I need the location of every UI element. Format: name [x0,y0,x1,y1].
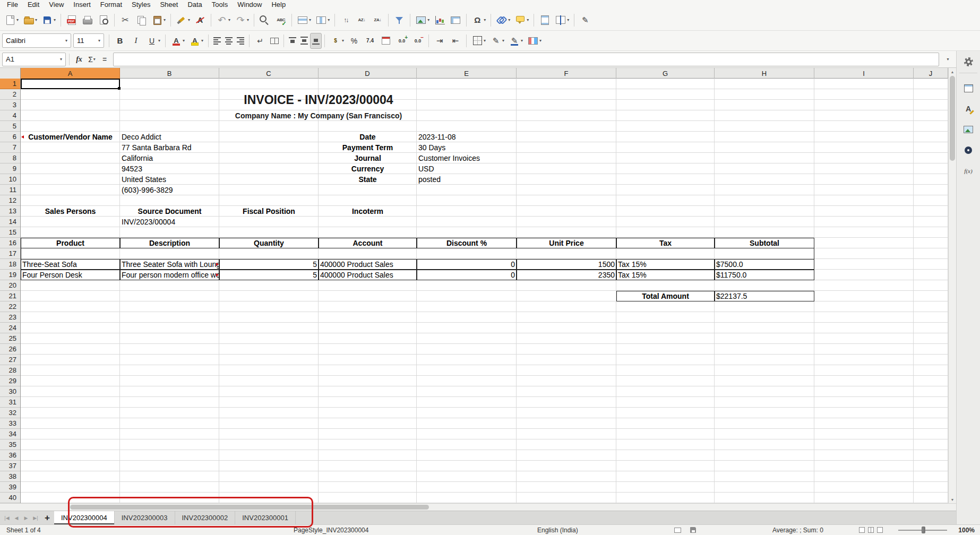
row-header-32[interactable]: 32 [0,408,20,418]
cell-F16[interactable]: Unit Price [517,238,616,248]
cell-F18[interactable]: 1500 [517,259,616,270]
menu-data[interactable]: Data [183,0,207,10]
increase-indent-button[interactable]: ⇥ [432,33,448,49]
clear-formatting-button[interactable]: A [192,12,208,28]
cells-area[interactable]: INVOICE - INV/2023/00004 Company Name : … [21,79,948,503]
font-size-combo-dropdown-icon[interactable]: ▾ [98,38,100,43]
cell-E19[interactable]: 0 [417,270,517,280]
cell-H17[interactable] [715,248,814,259]
cell-D9[interactable]: Currency [319,163,417,174]
row-header-6[interactable]: 6 [0,132,20,142]
freeze-panes-button[interactable]: ▾ [553,12,571,28]
cell-B7[interactable]: 77 Santa Barbara Rd [120,142,219,153]
delete-decimal-button[interactable]: 0.0 [410,33,426,49]
zoom-level[interactable]: 100% [958,525,975,535]
zoom-slider-track[interactable] [898,525,947,535]
vertical-scrollbar[interactable]: ▲ ▼ [948,68,956,503]
cell-A6[interactable]: Customer/Vendor Name [21,132,120,142]
cell-A13[interactable]: Sales Persons [21,206,120,217]
cell-D6[interactable]: Date [319,132,417,142]
row-header-38[interactable]: 38 [0,471,20,482]
function-wizard-button[interactable]: fx [73,53,85,66]
wrap-text-button[interactable]: ↵ [252,33,268,49]
scroll-down-icon[interactable]: ▼ [949,496,956,503]
cell-H19[interactable]: $11750.0 [715,270,814,280]
align-right-button[interactable] [235,33,246,49]
cell-B11[interactable]: (603)-996-3829 [120,185,219,195]
insert-column-button[interactable]: ▾ [313,12,332,28]
add-decimal-button[interactable]: 0.0 [394,33,410,49]
font-size-combo[interactable]: 11▾ [73,33,104,48]
zoom-slider-thumb[interactable] [922,527,925,533]
border-color-button-dropdown-icon[interactable]: ▾ [521,38,523,43]
cell-G21[interactable]: Total Amount [616,291,715,301]
expand-formula-bar-button[interactable]: ▾ [941,53,954,66]
first-sheet-button[interactable]: |◀ [2,515,12,521]
single-page-view-icon[interactable] [859,527,865,533]
paste-button-dropdown-icon[interactable]: ▾ [164,18,166,22]
row-header-25[interactable]: 25 [0,333,20,344]
cell-H16[interactable]: Subtotal [715,238,814,248]
cell-E9[interactable]: USD [417,163,517,174]
align-center-button[interactable] [223,33,235,49]
export-pdf-button[interactable] [64,12,80,28]
font-name-combo[interactable]: Calibri▾ [2,33,71,48]
cut-button[interactable]: ✂ [117,12,133,28]
navigator-deck-button[interactable] [959,143,977,157]
new-button-dropdown-icon[interactable]: ▾ [16,18,19,22]
cell-E8[interactable]: Customer Invoices [417,153,517,163]
highlight-color-button-dropdown-icon[interactable]: ▾ [201,38,203,43]
row-header-36[interactable]: 36 [0,450,20,461]
row-header-35[interactable]: 35 [0,439,20,450]
menu-sheet[interactable]: Sheet [155,0,183,10]
new-button[interactable]: ▾ [2,12,21,28]
row-header-30[interactable]: 30 [0,386,20,397]
spelling-button[interactable]: ABC [273,12,289,28]
formula-button[interactable]: = [98,53,111,66]
add-sheet-button[interactable]: + [40,513,54,523]
print-preview-button[interactable] [96,12,111,28]
cell-B14[interactable]: INV/2023/00004 [120,217,219,227]
multi-page-view-icon[interactable] [868,527,874,533]
name-box[interactable]: A1 ▾ [2,53,66,66]
row-header-33[interactable]: 33 [0,418,20,429]
cell-E6[interactable]: 2023-11-08 [417,132,517,142]
row-header-26[interactable]: 26 [0,344,20,355]
font-color-button-dropdown-icon[interactable]: ▾ [183,38,185,43]
redo-button[interactable]: ↷▾ [233,12,251,28]
sort-descending-button[interactable]: ZA↓ [369,12,385,28]
previous-sheet-button[interactable]: ◀ [12,515,21,521]
properties-deck-button[interactable] [959,81,977,95]
cell-D13[interactable]: Incoterm [319,206,417,217]
sort-ascending-button[interactable]: AZ↓ [354,12,369,28]
vertical-scrollbar-thumb[interactable] [950,76,955,161]
column-header-J[interactable]: J [914,68,948,79]
currency-format-button-dropdown-icon[interactable]: ▾ [342,38,344,43]
row-header-12[interactable]: 12 [0,195,20,206]
cell-E7[interactable]: 30 Days [417,142,517,153]
paste-button[interactable]: ▾ [149,12,168,28]
row-header-11[interactable]: 11 [0,185,20,195]
draw-functions-button[interactable]: ✎ [577,12,593,28]
bold-button[interactable]: B [112,33,128,49]
sort-button[interactable]: ↑↓ [338,12,354,28]
functions-deck-button[interactable]: f(x) [959,164,977,178]
cell-F19[interactable]: 2350 [517,270,616,280]
row-header-8[interactable]: 8 [0,153,20,163]
cell-E10[interactable]: posted [417,174,517,185]
cell-H21[interactable]: $22137.5 [715,291,814,301]
sum-status[interactable]: Average: ; Sum: 0 [772,525,823,535]
font-color-button[interactable]: A▾ [168,33,187,49]
column-header-A[interactable]: A [21,68,120,79]
row-header-37[interactable]: 37 [0,461,20,471]
cell-E18[interactable]: 0 [417,259,517,270]
pivot-table-button[interactable] [448,12,463,28]
column-header-G[interactable]: G [616,68,715,79]
special-character-button-dropdown-icon[interactable]: ▾ [484,18,486,22]
language-status[interactable]: English (India) [537,525,578,535]
select-all-corner[interactable] [0,68,21,79]
column-header-E[interactable]: E [417,68,517,79]
row-header-4[interactable]: 4 [0,110,20,121]
select-function-dropdown-icon[interactable]: ▾ [93,57,96,62]
book-view-icon[interactable] [877,527,883,533]
